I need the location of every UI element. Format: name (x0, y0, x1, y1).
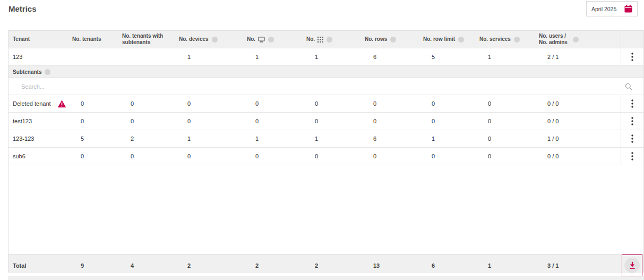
table-empty-area (8, 165, 643, 254)
info-icon[interactable] (45, 69, 50, 75)
tenant-name: 123-123 (8, 130, 68, 147)
total-label: Total (8, 254, 68, 276)
date-range-picker[interactable]: April 2025 (586, 1, 638, 16)
tenant-name: Deleted tenant (8, 95, 68, 112)
subtenants-search-row (8, 78, 643, 95)
subtenants-section-header: Subtenants (8, 66, 643, 78)
col-header-actions (621, 31, 643, 48)
monitor-icon (258, 37, 265, 43)
tenant-name: sub6 (8, 148, 68, 165)
col-header-no-widgets: No. (302, 31, 360, 48)
col-header-no-users-admins: No. users / No. admins (535, 31, 621, 48)
info-icon[interactable] (212, 37, 218, 43)
col-header-tenant: Tenant (8, 31, 68, 48)
col-header-no-dashboards: No. (243, 31, 302, 48)
table-row-main-tenant: 123 1 1 1 6 5 1 2 / 1 (8, 48, 643, 66)
col-header-no-tenants-with-subtenants: No. tenants with subtenants (118, 31, 175, 48)
tenant-name: test123 (8, 113, 68, 130)
search-input[interactable] (8, 78, 614, 95)
page-title: Metrics (8, 4, 37, 13)
search-icon[interactable] (614, 83, 643, 90)
row-actions-menu-button[interactable] (627, 115, 638, 128)
tenant-name: 123 (8, 48, 68, 65)
warning-icon[interactable] (57, 100, 66, 108)
row-actions-menu-button[interactable] (627, 97, 638, 110)
download-icon (624, 258, 640, 273)
col-header-no-devices: No. devices (175, 31, 243, 48)
row-actions-menu-button[interactable] (627, 150, 638, 163)
col-header-no-services: No. services (475, 31, 535, 48)
row-actions-menu-button[interactable] (627, 132, 638, 145)
table-row-test123: test123 0 0 0 0 0 0 0 0 0 / 0 (8, 113, 643, 130)
info-icon[interactable] (327, 37, 332, 43)
export-download-button[interactable] (622, 254, 642, 276)
grid-icon (317, 37, 323, 43)
table-row-deleted-tenant: Deleted tenant 0 0 0 0 0 0 0 0 0 / 0 (8, 95, 643, 113)
col-header-no-row-limit: No. row limit (419, 31, 475, 48)
table-row-sub6: sub6 0 0 0 0 0 0 0 0 0 / 0 (8, 148, 643, 165)
table-row-123-123: 123-123 5 2 1 1 1 6 1 0 1 / 0 (8, 130, 643, 148)
table-total-row: Total 9 4 2 2 2 13 6 1 3 / 1 (8, 254, 643, 273)
info-icon[interactable] (573, 37, 579, 43)
metrics-table: Tenant No. tenants No. tenants with subt… (8, 30, 644, 273)
col-header-no-rows: No. rows (360, 31, 419, 48)
info-icon[interactable] (268, 37, 274, 43)
date-range-value: April 2025 (591, 6, 616, 12)
calendar-icon[interactable] (624, 5, 632, 13)
row-actions-menu-button[interactable] (627, 50, 638, 63)
col-header-no-tenants: No. tenants (68, 31, 118, 48)
info-icon[interactable] (458, 37, 464, 43)
info-icon[interactable] (390, 37, 396, 43)
info-icon[interactable] (514, 37, 520, 43)
table-header-row: Tenant No. tenants No. tenants with subt… (8, 31, 643, 48)
horizontal-scrollbar[interactable] (8, 276, 644, 280)
